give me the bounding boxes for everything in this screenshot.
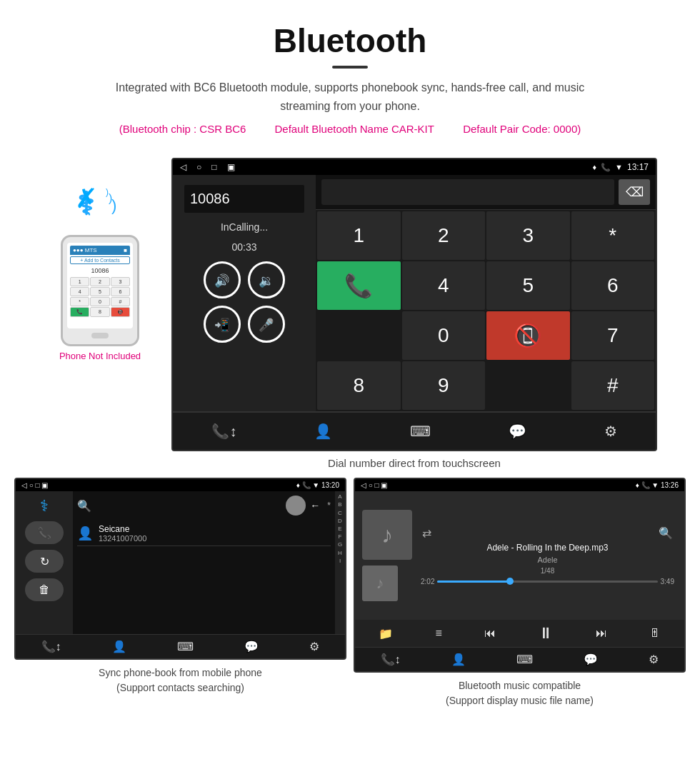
music-signal-icons: ♦ 📞 ▼ [636, 481, 661, 489]
pb-alpha-c[interactable]: C [338, 509, 342, 517]
phone-key-4: 4 [70, 287, 89, 296]
header-specs: (Bluetooth chip : CSR BC6 Default Blueto… [100, 121, 600, 138]
mute-button[interactable]: 🎤 [248, 306, 285, 343]
phone-keypad: 1 2 3 4 5 6 * 0 # 📞 8 📵 [70, 277, 130, 317]
pb-nav-dialpad-icon[interactable]: ⌨ [171, 638, 199, 655]
pb-alphabet-nav: A B C D E F G H I [335, 491, 345, 634]
nav-dialpad-button[interactable]: ⌨ [401, 418, 439, 444]
pb-alpha-e[interactable]: E [338, 525, 341, 533]
nav-calls-button[interactable]: 📞↕ [203, 418, 245, 444]
music-search-icon[interactable]: 🔍 [659, 526, 673, 540]
phone-key-3: 3 [111, 277, 130, 286]
svg-text:📲: 📲 [214, 317, 230, 333]
music-note-icon: ♪ [381, 522, 393, 548]
music-play-pause-button[interactable]: ⏸ [538, 624, 554, 643]
music-nav-message-icon[interactable]: 💬 [578, 651, 604, 668]
keypad-backspace-button[interactable]: ⌫ [619, 179, 650, 205]
pb-bottom-nav: 📞↕ 👤 ⌨ 💬 ⚙ [16, 634, 345, 658]
nav-recents-icon: □ [211, 162, 216, 172]
music-list-icon[interactable]: ≡ [435, 627, 441, 640]
volume-down-icon: 🔉 [257, 271, 276, 289]
kp-key-0[interactable]: 0 [402, 311, 486, 360]
pb-search-icon: 🔍 [77, 499, 91, 513]
music-progress-track[interactable] [437, 581, 657, 583]
pb-nav-settings-icon[interactable]: ⚙ [304, 638, 325, 655]
kp-key-8[interactable]: 8 [317, 361, 401, 410]
kp-key-2[interactable]: 2 [402, 211, 486, 260]
mute-icon: 🎤 [257, 315, 276, 333]
spec-name: Default Bluetooth Name CAR-KIT [275, 123, 434, 135]
volume-down-button[interactable]: 🔉 [248, 261, 285, 298]
pb-search-row: 🔍 ← * [77, 496, 331, 516]
phonebook-section: ◁ ○ □ ▣ ♦ 📞 ▼ 13:20 ⚕ 📞 ↻ 🗑 [14, 478, 346, 708]
pb-contact-item[interactable]: 👤 Seicane 13241007000 [77, 521, 331, 546]
signal-icon: ▼ [615, 163, 623, 171]
music-equalizer-icon[interactable]: 🎚 [649, 627, 661, 640]
phone-screen-top-bar: ●●● MTS ■ [70, 246, 130, 255]
phone-key-6: 6 [111, 287, 130, 296]
pb-alpha-h[interactable]: H [338, 549, 342, 557]
music-main: ♪ ♪ ⇄ 🔍 Adele - Rolling In the Deep.mp3 … [355, 491, 684, 620]
pb-alpha-d[interactable]: D [338, 517, 342, 525]
pb-alpha-f[interactable]: F [339, 533, 342, 541]
phone-not-included-label: Phone Not Included [59, 351, 141, 361]
kp-key-3[interactable]: 3 [486, 211, 570, 260]
pb-nav-contacts-icon[interactable]: 👤 [106, 638, 132, 655]
kp-key-hash[interactable]: # [571, 361, 655, 410]
phone-home-button [91, 333, 109, 338]
nav-settings-button[interactable]: ⚙ [596, 418, 626, 444]
pb-delete-icon-bg[interactable]: 🗑 [25, 578, 64, 601]
kp-key-1[interactable]: 1 [317, 211, 401, 260]
pb-content: 🔍 ← * 👤 Seicane 13241007000 [73, 491, 335, 634]
kp-call-button[interactable]: 📞 [317, 261, 401, 310]
music-nav-calls-icon[interactable]: 📞↕ [375, 651, 406, 668]
kp-key-star[interactable]: * [571, 211, 655, 260]
music-nav-dialpad-icon[interactable]: ⌨ [511, 651, 539, 668]
pb-contact-name: Seicane [99, 524, 146, 534]
kp-key-9[interactable]: 9 [402, 361, 486, 410]
pb-alpha-b[interactable]: B [338, 501, 341, 508]
nav-contacts-button[interactable]: 👤 [306, 418, 341, 444]
svg-text:🔉: 🔉 [259, 273, 274, 288]
kp-hangup-button[interactable]: 📵 [486, 311, 570, 360]
page-header: Bluetooth Integrated with BC6 Bluetooth … [0, 0, 700, 151]
pb-time: 13:20 [321, 481, 339, 489]
music-progress-dot [506, 578, 514, 585]
music-nav-settings-icon[interactable]: ⚙ [643, 651, 664, 668]
kp-key-4[interactable]: 4 [402, 261, 486, 310]
pb-nav-message-icon[interactable]: 💬 [239, 638, 264, 655]
pb-sync-icon-bg[interactable]: ↻ [25, 550, 64, 573]
pb-alpha-g[interactable]: G [338, 541, 342, 548]
pb-status-bar: ◁ ○ □ ▣ ♦ 📞 ▼ 13:20 [16, 479, 345, 491]
music-time-total: 3:49 [661, 578, 674, 585]
music-caption-line2: (Support display music file name) [446, 693, 594, 708]
pb-alpha-i[interactable]: I [339, 557, 341, 565]
pb-alpha-a[interactable]: A [338, 493, 341, 501]
volume-up-button[interactable]: 🔊 [204, 261, 241, 298]
music-progress-bar: 2:02 3:49 [418, 578, 677, 585]
music-next-button[interactable]: ⏭ [596, 627, 607, 640]
car-display-dial: ◁ ○ □ ▣ ♦ 📞 ▼ 13:17 10086 InCalling... [171, 158, 657, 478]
nav-screen-icon: ▣ [227, 162, 235, 172]
car-bottom-nav-dial: 📞↕ 👤 ⌨ 💬 ⚙ [173, 411, 656, 450]
pb-call-icon-bg[interactable]: 📞 [25, 521, 64, 544]
music-status-bar: ◁ ○ □ ▣ ♦ 📞 ▼ 13:26 [355, 479, 684, 491]
kp-key-5[interactable]: 5 [486, 261, 570, 310]
music-prev-button[interactable]: ⏮ [484, 627, 496, 640]
pb-nav-calls-icon[interactable]: 📞↕ [36, 638, 67, 655]
nav-messages-button[interactable]: 💬 [500, 418, 535, 444]
pb-back-button[interactable]: ← [310, 500, 320, 511]
music-shuffle-icon[interactable]: ⇄ [422, 526, 431, 540]
music-art-column: ♪ ♪ [362, 510, 412, 601]
transfer-button[interactable]: 📲 [204, 306, 241, 343]
dial-area: 10086 InCalling... 00:33 🔊 🔉 [173, 175, 656, 411]
dial-controls: 🔊 🔉 📲 [184, 261, 304, 343]
music-nav-contacts-icon[interactable]: 👤 [446, 651, 471, 668]
dial-number-display: 10086 [184, 185, 304, 213]
kp-key-6[interactable]: 6 [571, 261, 655, 310]
kp-key-7[interactable]: 7 [571, 311, 655, 360]
nav-back-icon: ◁ [180, 162, 186, 172]
call-icon: 📞 [601, 163, 611, 172]
pb-nav-screen: ▣ [41, 481, 48, 489]
music-folder-icon[interactable]: 📁 [379, 627, 393, 640]
